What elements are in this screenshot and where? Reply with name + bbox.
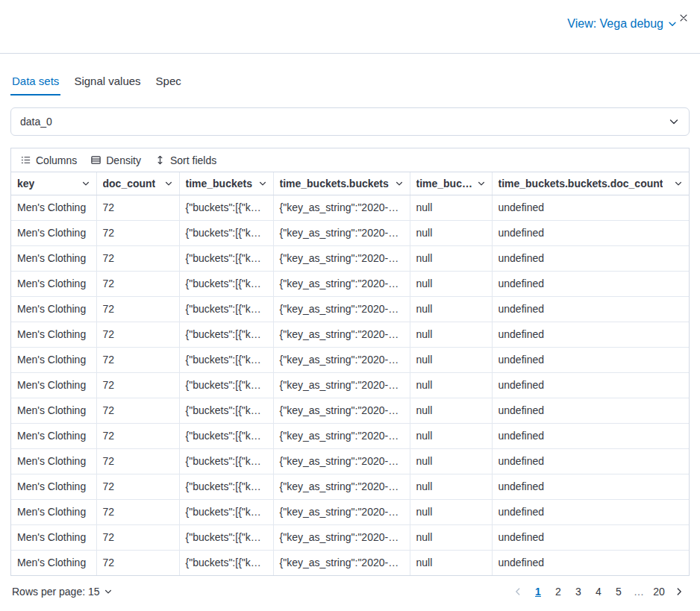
- table-cell[interactable]: 72: [96, 195, 179, 220]
- table-cell[interactable]: {"buckets":[{"k…: [179, 524, 273, 550]
- table-cell[interactable]: Men's Clothing: [11, 296, 96, 322]
- table-cell[interactable]: undefined: [492, 220, 689, 245]
- table-cell[interactable]: 72: [96, 296, 179, 322]
- column-header-time-buckets-buckets-doc-count[interactable]: time_buckets.buckets.doc_count: [492, 172, 689, 195]
- tab-signal-values[interactable]: Signal values: [72, 75, 142, 95]
- table-cell[interactable]: null: [410, 347, 492, 372]
- table-cell[interactable]: {"key_as_string":"2020-…: [273, 322, 410, 347]
- table-cell[interactable]: 72: [96, 474, 179, 499]
- table-cell[interactable]: {"buckets":[{"k…: [179, 423, 273, 448]
- table-cell[interactable]: 72: [96, 271, 179, 296]
- table-cell[interactable]: null: [410, 245, 492, 271]
- table-cell[interactable]: undefined: [492, 322, 689, 347]
- table-cell[interactable]: 72: [96, 423, 179, 448]
- table-cell[interactable]: {"key_as_string":"2020-…: [273, 271, 410, 296]
- table-cell[interactable]: {"buckets":[{"k…: [179, 372, 273, 398]
- table-cell[interactable]: undefined: [492, 347, 689, 372]
- table-cell[interactable]: 72: [96, 524, 179, 550]
- table-cell[interactable]: Men's Clothing: [11, 499, 96, 524]
- table-cell[interactable]: 72: [96, 347, 179, 372]
- table-cell[interactable]: {"buckets":[{"k…: [179, 347, 273, 372]
- column-header-time-buckets-buckets[interactable]: time_buckets.buckets: [273, 172, 410, 195]
- table-cell[interactable]: Men's Clothing: [11, 245, 96, 271]
- table-cell[interactable]: 72: [96, 322, 179, 347]
- table-cell[interactable]: {"key_as_string":"2020-…: [273, 372, 410, 398]
- table-cell[interactable]: {"buckets":[{"k…: [179, 245, 273, 271]
- table-cell[interactable]: null: [410, 220, 492, 245]
- table-cell[interactable]: Men's Clothing: [11, 550, 96, 575]
- tab-data-sets[interactable]: Data sets: [10, 75, 60, 95]
- table-cell[interactable]: {"buckets":[{"k…: [179, 398, 273, 423]
- table-cell[interactable]: Men's Clothing: [11, 347, 96, 372]
- table-cell[interactable]: {"buckets":[{"k…: [179, 322, 273, 347]
- table-cell[interactable]: undefined: [492, 195, 689, 220]
- page-button-20[interactable]: 20: [650, 583, 668, 601]
- table-cell[interactable]: null: [410, 195, 492, 220]
- table-cell[interactable]: {"key_as_string":"2020-…: [273, 347, 410, 372]
- table-cell[interactable]: undefined: [492, 372, 689, 398]
- table-cell[interactable]: {"key_as_string":"2020-…: [273, 296, 410, 322]
- table-cell[interactable]: undefined: [492, 423, 689, 448]
- table-cell[interactable]: {"buckets":[{"k…: [179, 499, 273, 524]
- table-cell[interactable]: null: [410, 398, 492, 423]
- table-cell[interactable]: null: [410, 296, 492, 322]
- view-selector[interactable]: View: Vega debug: [567, 17, 678, 31]
- table-cell[interactable]: null: [410, 271, 492, 296]
- page-button-2[interactable]: 2: [549, 583, 567, 601]
- table-cell[interactable]: undefined: [492, 296, 689, 322]
- chevron-down-icon[interactable]: [81, 179, 90, 188]
- table-cell[interactable]: null: [410, 474, 492, 499]
- table-cell[interactable]: undefined: [492, 550, 689, 575]
- density-button[interactable]: Density: [90, 154, 141, 166]
- table-cell[interactable]: null: [410, 550, 492, 575]
- column-header-doc-count[interactable]: doc_count: [96, 172, 179, 195]
- table-cell[interactable]: Men's Clothing: [11, 372, 96, 398]
- close-icon[interactable]: [675, 9, 693, 27]
- chevron-down-icon[interactable]: [395, 179, 404, 188]
- tab-spec[interactable]: Spec: [154, 75, 183, 95]
- table-cell[interactable]: 72: [96, 398, 179, 423]
- table-cell[interactable]: {"buckets":[{"k…: [179, 550, 273, 575]
- table-cell[interactable]: null: [410, 524, 492, 550]
- table-cell[interactable]: Men's Clothing: [11, 398, 96, 423]
- table-cell[interactable]: undefined: [492, 398, 689, 423]
- rows-per-page-button[interactable]: Rows per page: 15: [12, 586, 113, 598]
- table-cell[interactable]: {"buckets":[{"k…: [179, 195, 273, 220]
- table-cell[interactable]: {"key_as_string":"2020-…: [273, 550, 410, 575]
- table-cell[interactable]: Men's Clothing: [11, 524, 96, 550]
- columns-button[interactable]: Columns: [20, 154, 77, 166]
- table-cell[interactable]: {"key_as_string":"2020-…: [273, 195, 410, 220]
- chevron-down-icon[interactable]: [477, 179, 486, 188]
- page-button-3[interactable]: 3: [569, 583, 587, 601]
- dataset-select[interactable]: data_0: [10, 107, 690, 136]
- table-cell[interactable]: 72: [96, 448, 179, 474]
- table-cell[interactable]: undefined: [492, 448, 689, 474]
- table-cell[interactable]: undefined: [492, 524, 689, 550]
- table-cell[interactable]: {"buckets":[{"k…: [179, 220, 273, 245]
- column-header-time-buckets[interactable]: time_buckets: [179, 172, 273, 195]
- table-cell[interactable]: 72: [96, 220, 179, 245]
- table-cell[interactable]: {"buckets":[{"k…: [179, 296, 273, 322]
- table-cell[interactable]: {"key_as_string":"2020-…: [273, 245, 410, 271]
- column-header-key[interactable]: key: [11, 172, 96, 195]
- table-cell[interactable]: null: [410, 423, 492, 448]
- table-cell[interactable]: undefined: [492, 271, 689, 296]
- table-cell[interactable]: 72: [96, 372, 179, 398]
- table-cell[interactable]: undefined: [492, 474, 689, 499]
- table-cell[interactable]: {"buckets":[{"k…: [179, 474, 273, 499]
- table-cell[interactable]: {"key_as_string":"2020-…: [273, 524, 410, 550]
- table-cell[interactable]: null: [410, 499, 492, 524]
- table-cell[interactable]: null: [410, 372, 492, 398]
- table-cell[interactable]: {"key_as_string":"2020-…: [273, 398, 410, 423]
- table-cell[interactable]: null: [410, 448, 492, 474]
- table-cell[interactable]: 72: [96, 550, 179, 575]
- table-cell[interactable]: {"key_as_string":"2020-…: [273, 220, 410, 245]
- table-cell[interactable]: Men's Clothing: [11, 220, 96, 245]
- table-cell[interactable]: 72: [96, 245, 179, 271]
- page-button-1[interactable]: 1: [529, 583, 547, 601]
- chevron-down-icon[interactable]: [164, 179, 173, 188]
- table-cell[interactable]: {"key_as_string":"2020-…: [273, 474, 410, 499]
- table-cell[interactable]: Men's Clothing: [11, 271, 96, 296]
- table-cell[interactable]: Men's Clothing: [11, 448, 96, 474]
- chevron-down-icon[interactable]: [674, 179, 683, 188]
